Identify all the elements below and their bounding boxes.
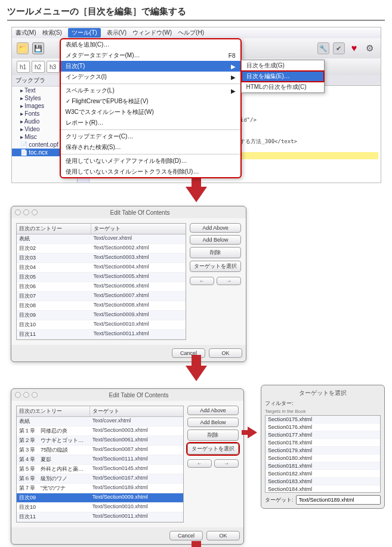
validate-icon[interactable]: ✔ [333, 42, 345, 54]
toc-row[interactable]: 目次08Text/Section0008.xhtml [17, 301, 186, 311]
target-list-item[interactable]: Section0175.xhtml [266, 416, 380, 424]
toc-row[interactable]: 目次03Text/Section0003.xhtml [17, 254, 186, 263]
zoom-icon[interactable] [32, 209, 38, 215]
close-icon[interactable] [15, 392, 21, 398]
zoom-icon[interactable] [32, 392, 38, 398]
target-list-item[interactable]: Section0177.xhtml [266, 431, 380, 439]
target-list-item[interactable]: Section0183.xhtml [266, 478, 380, 486]
toc-row[interactable]: 第１章 同修忍の炎Text/Section0003.xhtml [17, 427, 183, 436]
target-list[interactable]: Section0175.xhtmlSection0176.xhtmlSectio… [265, 415, 381, 493]
menu-item[interactable]: レポート(R)… [61, 118, 240, 128]
toc-row[interactable]: 目次02Text/Section0002.xhtml [17, 244, 186, 254]
indent-button[interactable]: → [217, 277, 241, 285]
submenu-item[interactable]: 目次を編集(E)… [242, 71, 324, 82]
menu-item[interactable]: 保存された検索(S)… [61, 142, 240, 153]
delete-button[interactable]: 削除 [187, 429, 239, 441]
toc-row[interactable]: 目次05Text/Section0005.xhtml [17, 273, 186, 282]
toc-row[interactable]: 第３章 75階の臨談Text/Section0087.xhtml [17, 446, 183, 455]
delete-button[interactable]: 削除 [190, 247, 241, 258]
ok-button[interactable]: OK [209, 348, 242, 358]
menu-item[interactable]: 目次(T)▶ [61, 61, 240, 72]
menu-item[interactable]: スペルチェック(L)▶ [61, 85, 240, 96]
toc-row[interactable]: 目次04Text/Section0004.xhtml [17, 263, 186, 273]
toc-list[interactable]: 目次のエントリーターゲット 表紙Text/cover.xhtml第１章 同修忍の… [16, 406, 184, 523]
toc-row[interactable]: 目次06Text/Section0006.xhtml [17, 282, 186, 292]
menu-item[interactable]: 使用していないメディアファイルを削除(D)… [61, 156, 240, 166]
add-below-button[interactable]: Add Below [190, 235, 241, 245]
h3-icon[interactable]: h3 [47, 61, 60, 73]
col-header-target: ターゲット [90, 406, 183, 416]
minimize-icon[interactable] [23, 392, 29, 398]
toc-row[interactable]: 目次11Text/Section0011.xhtml [17, 512, 183, 522]
add-above-button[interactable]: Add Above [190, 223, 241, 233]
toc-row[interactable]: 第７章 "光"のワナText/Section0189.xhtml [17, 484, 183, 493]
menu-item[interactable]: ヘルプ(H) [178, 29, 204, 37]
menu-item[interactable]: メタデータエディター(M)…F8 [61, 50, 240, 61]
menubar[interactable]: 書式(M)検索(S)ツール(T)表示(V)ウィンドウ(W)ヘルプ(H) [12, 27, 381, 38]
toc-row[interactable]: 目次07Text/Section0007.xhtml [17, 292, 186, 301]
menu-item[interactable]: 使用していないスタイルシートクラスを削除(U)… [61, 166, 240, 177]
target-list-item[interactable]: Section0181.xhtml [266, 462, 380, 470]
settings-icon[interactable]: ⚙ [364, 42, 376, 54]
page-heading: ツールメニューの［目次を編集］で編集する [7, 6, 385, 21]
target-field[interactable] [296, 495, 381, 505]
tools-menu-dropdown[interactable]: 表紙を追加(C)…メタデータエディター(M)…F8目次(T)▶インデックス(I)… [60, 38, 242, 178]
toc-row[interactable]: 目次10Text/Section0010.xhtml [17, 320, 186, 330]
toc-row[interactable]: 目次09Text/Section0009.xhtml [17, 311, 186, 320]
toc-row[interactable]: 第２章 ウナギとゴットハンドText/Section0061.xhtml [17, 436, 183, 446]
menu-item[interactable]: ✓ FlightCrewでEPUBを検証(V) [61, 96, 240, 107]
menu-item[interactable]: クリップエディター(C)… [61, 131, 240, 142]
open-icon[interactable]: 📁 [17, 42, 29, 54]
outdent-button[interactable]: ← [187, 459, 212, 468]
indent-button[interactable]: → [214, 459, 239, 468]
menu-item[interactable]: 表示(V) [107, 29, 126, 37]
cancel-button[interactable]: Cancel [169, 531, 203, 540]
target-list-item[interactable]: Section0178.xhtml [266, 439, 380, 447]
select-target-dialog: ターゲットを選択 フィルター: Targets in the Book Sect… [261, 385, 385, 509]
save-icon[interactable]: 💾 [32, 42, 44, 54]
toc-row[interactable]: 第６章 級別のワノText/Section0167.xhtml [17, 474, 183, 484]
close-icon[interactable] [15, 209, 21, 215]
target-list-item[interactable]: Section0179.xhtml [266, 447, 380, 455]
toc-list[interactable]: 目次のエントリーターゲット 表紙Text/cover.xhtml目次02Text… [16, 223, 186, 340]
col-header-entry: 目次のエントリー [17, 224, 91, 234]
minimize-icon[interactable] [23, 209, 29, 215]
toc-row[interactable]: 表紙Text/cover.xhtml [17, 417, 183, 427]
select-target-button[interactable]: ターゲットを選択 [187, 443, 239, 455]
add-above-button[interactable]: Add Above [187, 406, 239, 415]
target-list-item[interactable]: Section0180.xhtml [266, 455, 380, 462]
outdent-button[interactable]: ← [190, 277, 214, 285]
tool-icon[interactable]: 🔧 [317, 42, 329, 54]
sigil-window: 書式(M)検索(S)ツール(T)表示(V)ウィンドウ(W)ヘルプ(H) 📁 💾 … [11, 27, 381, 183]
col-header-entry: 目次のエントリー [17, 406, 90, 416]
menu-item[interactable]: 検索(S) [42, 29, 62, 37]
add-below-button[interactable]: Add Below [187, 418, 239, 427]
toc-row[interactable]: 第５章 外科と内科と薬局と斎藤Text/Section0145.xhtml [17, 465, 183, 474]
target-list-item[interactable]: Section0184.xhtml [266, 486, 380, 493]
filter-label: フィルター: [265, 400, 294, 406]
toc-row[interactable]: 第４章 夏影Text/Section0111.xhtml [17, 455, 183, 465]
menu-item[interactable]: 書式(M) [16, 29, 36, 37]
toc-row[interactable]: 目次10Text/Section0010.xhtml [17, 503, 183, 512]
menu-item[interactable]: 表紙を追加(C)… [61, 39, 240, 50]
toc-row[interactable]: 表紙Text/cover.xhtml [17, 234, 186, 244]
h2-icon[interactable]: h2 [32, 61, 45, 73]
group-label: Targets in the Book [265, 409, 381, 414]
h1-icon[interactable]: h1 [17, 61, 30, 73]
edit-toc-dialog-1: Edit Table Of Contents 目次のエントリーターゲット 表紙T… [11, 206, 246, 362]
menu-item[interactable]: ウィンドウ(W) [132, 29, 172, 37]
ok-button[interactable]: OK [206, 531, 240, 540]
toc-row[interactable]: 目次09Text/Section0009.xhtml [17, 493, 183, 503]
target-list-item[interactable]: Section0176.xhtml [266, 424, 380, 431]
menu-item[interactable]: W3Cでスタイルシートを検証(W) [61, 107, 240, 118]
toc-row[interactable]: 目次11Text/Section0011.xhtml [17, 330, 186, 339]
menu-item[interactable]: インデックス(I)▶ [61, 72, 240, 82]
submenu-item[interactable]: 目次を生成(G) [242, 60, 324, 71]
favorite-icon[interactable]: ♥ [348, 42, 360, 54]
target-list-item[interactable]: Section0182.xhtml [266, 470, 380, 478]
toc-submenu[interactable]: 目次を生成(G)目次を編集(E)…HTMLの目次を作成(C) [241, 60, 325, 93]
submenu-item[interactable]: HTMLの目次を作成(C) [242, 82, 324, 92]
menu-item[interactable]: ツール(T) [68, 28, 101, 38]
select-target-button[interactable]: ターゲットを選択 [190, 261, 241, 272]
edit-toc-dialog-2: Edit Table Of Contents 目次のエントリーターゲット 表紙T… [11, 388, 244, 545]
